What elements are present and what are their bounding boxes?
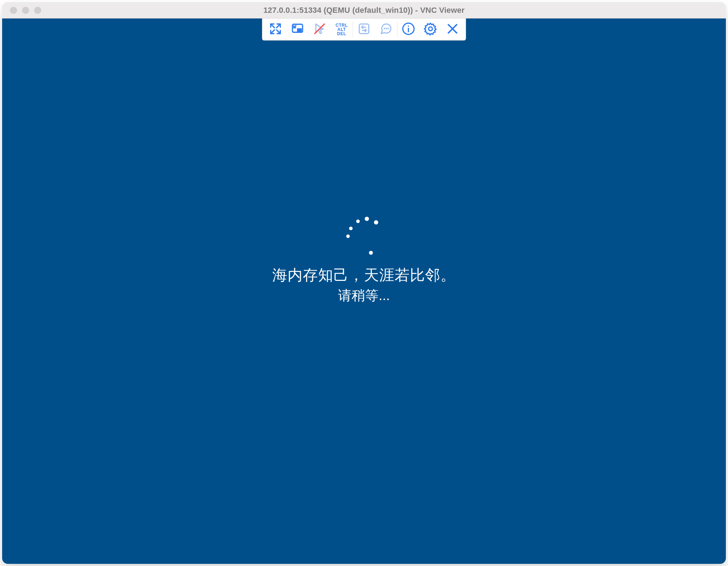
info-icon [401,22,416,37]
picture-in-picture-icon [291,22,304,37]
titlebar: 127.0.0.1:51334 (QEMU (default_win10)) -… [2,2,726,18]
loading-stage: 海内存知己，天涯若比邻。 请稍等... [2,212,726,304]
fullscreen-icon [269,22,282,37]
vnc-toolbar: CTRL ALT DEL [262,18,466,41]
svg-rect-5 [297,28,302,32]
transfer-icon [358,22,370,37]
window-title: 127.0.0.1:51334 (QEMU (default_win10)) -… [2,6,726,15]
svg-point-9 [384,28,385,29]
mouse-pointer-slash-icon [313,22,326,37]
loading-message: 海内存知己，天涯若比邻。 [272,265,456,285]
fullscreen-button[interactable] [264,18,287,41]
svg-point-10 [386,28,387,29]
ctrl-alt-del-button[interactable]: CTRL ALT DEL [331,18,353,41]
chat-button[interactable] [375,18,397,41]
pointer-mode-button[interactable] [309,18,331,41]
session-info-button[interactable] [397,18,419,41]
loading-please-wait: 请稍等... [338,286,390,304]
svg-point-15 [429,27,433,31]
file-transfer-button[interactable] [353,18,375,41]
remote-screen[interactable]: CTRL ALT DEL [2,18,726,564]
close-icon [445,22,460,37]
chat-icon [380,22,392,37]
vnc-viewer-window: 127.0.0.1:51334 (QEMU (default_win10)) -… [2,2,726,564]
ctrl-alt-del-icon: CTRL ALT DEL [336,23,348,36]
settings-button[interactable] [419,18,441,41]
pin-toolbar-button[interactable] [287,18,309,41]
loading-spinner-icon [343,212,385,255]
close-connection-button[interactable] [441,18,464,41]
svg-point-14 [408,25,409,27]
svg-rect-8 [359,24,369,33]
svg-point-11 [388,28,389,29]
gear-icon [423,22,438,37]
